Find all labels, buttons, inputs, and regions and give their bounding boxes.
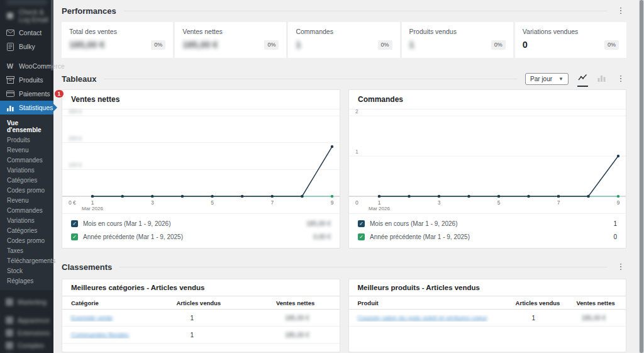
legend-value: 0,00 € (313, 233, 331, 240)
y-axis-tick-label: 100 € (69, 162, 82, 168)
chart-title: Commandes (349, 90, 626, 109)
net-sales-value: 185,00 € (567, 315, 626, 322)
submenu-item-vue-densemble[interactable]: Vue d'ensemble (0, 118, 53, 135)
sidebar-item-contact[interactable]: Contact (0, 26, 53, 40)
chart-card-commandes: Commandes 21 013579Mar 2026 ✓ Mois en co… (348, 89, 626, 249)
x-axis-tick-label: 3 (433, 199, 445, 206)
sidebar-item-woocommerce[interactable]: W WooCommerce (0, 59, 53, 73)
legend-value: 185,00 € (306, 220, 331, 227)
table-row: Exemple vente 1 185,00 € (62, 310, 340, 327)
category-link[interactable]: Commandes florales (71, 332, 129, 339)
ellipsis-menu-icon[interactable]: ⋮ (615, 261, 626, 272)
submenu-item-stock[interactable]: Stock (0, 266, 53, 276)
line-chart-ventes-nettes[interactable]: 300 €200 €100 € (62, 109, 340, 198)
submenu-item-reglages[interactable]: Réglages (0, 276, 53, 286)
submenu-item-variations[interactable]: Variations (0, 165, 53, 175)
section-divider (119, 267, 608, 267)
y-axis-zero-label: 0 (355, 199, 358, 206)
y-axis-zero-label: 0 € (69, 199, 76, 206)
legend-row-current: ✓ Mois en cours (Mar 1 - 9, 2026) 1 (349, 217, 626, 230)
checkbox-checked-icon[interactable]: ✓ (71, 233, 78, 240)
submenu-item-revenu[interactable]: Revenu (0, 145, 53, 155)
checkbox-checked-icon[interactable]: ✓ (71, 220, 78, 227)
line-chart-toggle-icon[interactable] (577, 71, 588, 87)
ellipsis-menu-icon[interactable]: ⋮ (615, 73, 626, 84)
submenu-item-commandes[interactable]: Commandes (0, 155, 53, 165)
leaderboard-categories: Meilleures catégories - Articles vendus … (62, 279, 340, 352)
submenu-item-categories[interactable]: Catégories (0, 175, 53, 185)
chevron-down-icon: ▼ (558, 76, 564, 82)
stat-value: 185,00 € (182, 40, 218, 50)
legend-value: 0 (613, 233, 617, 240)
sidebar-bottom-blurred-group: Marketing Apparence Extensions Comptes O… (0, 290, 53, 353)
sidebar-scrollbar[interactable] (51, 0, 53, 70)
user-icon (6, 342, 13, 349)
sidebar-item-produits[interactable]: Produits (0, 73, 53, 87)
interval-select[interactable]: Par jour ▼ (525, 73, 569, 85)
y-axis-tick-label: 2 (355, 108, 358, 115)
page-scrollbar[interactable] (639, 0, 644, 353)
sidebar-item-label: Bulky (19, 43, 35, 50)
sidebar-item-label: WooCommerce (19, 62, 65, 70)
y-axis-tick-label: 1 (355, 148, 358, 155)
sidebar-item-truncated (6, 0, 47, 4)
plugin-icon (6, 329, 13, 337)
submenu-item-commandes-2[interactable]: Commandes (0, 205, 53, 215)
table-row: Commandes florales 1 185,00 € (62, 327, 340, 344)
section-title-performances: Performances (62, 6, 116, 16)
submenu-item-revenu-2[interactable]: Revenu (0, 195, 53, 205)
legend-row-previous: ✓ Année précédente (Mar 1 - 9, 2025) 0,0… (62, 230, 340, 244)
table-header-row: Catégorie Articles vendus Ventes nettes (62, 296, 340, 310)
sidebar-item-comptes[interactable]: Comptes (0, 339, 53, 352)
sidebar-item-bulky[interactable]: Bulky (0, 40, 53, 53)
x-axis-month-caption: Mar 2026 (365, 206, 393, 211)
brush-icon (6, 317, 13, 324)
sidebar-item-check-log-email[interactable]: Check & Log Email (0, 6, 53, 26)
sidebar-item-apparence[interactable]: Apparence (0, 314, 53, 327)
legend-row-previous: ✓ Année précédente (Mar 1 - 9, 2025) 0 (349, 230, 626, 244)
x-axis-tick-label: 5 (206, 199, 219, 206)
category-link[interactable]: Exemple vente (71, 315, 113, 322)
stat-delta-badge: 0% (378, 40, 392, 50)
x-axis-tick-label: 7 (266, 199, 279, 206)
submenu-item-variations-2[interactable]: Variations (0, 215, 53, 225)
items-sold-value: 1 (167, 315, 267, 322)
product-link[interactable]: Coussin salon du vrais soleil et venture… (358, 315, 487, 322)
sidebar-item-extensions[interactable]: Extensions (0, 327, 53, 339)
checkbox-checked-icon[interactable]: ✓ (358, 233, 365, 240)
sidebar-item-label: Statistiques (19, 104, 53, 111)
x-axis-tick-label: 9 (326, 199, 338, 206)
line-chart-commandes[interactable]: 21 (349, 109, 626, 198)
chart-card-ventes-nettes: Ventes nettes 300 €200 €100 € 0 €13579Ma… (62, 89, 340, 249)
items-sold-value: 1 (507, 315, 568, 322)
submenu-item-telechargements[interactable]: Téléchargements (0, 255, 53, 266)
stat-card-ventes-nettes: Ventes nettes 185,00 € 0% (175, 22, 286, 58)
x-axis-tick-label: 1 (373, 199, 386, 206)
net-sales-value: 185,00 € (267, 332, 340, 339)
payments-card-icon (6, 89, 14, 98)
sidebar-item-statistiques[interactable]: Statistiques (0, 101, 53, 115)
section-title-tableaux: Tableaux (62, 74, 96, 84)
submenu-item-codes-promo-2[interactable]: Codes promo (0, 235, 53, 245)
submenu-item-taxes[interactable]: Taxes (0, 245, 53, 255)
scrollbar-thumb[interactable] (640, 0, 643, 353)
sidebar-item-marketing[interactable]: Marketing (0, 296, 53, 308)
sidebar-item-label: Check & Log Email (19, 8, 48, 23)
chart-legend: ✓ Mois en cours (Mar 1 - 9, 2026) 1 ✓ An… (349, 213, 626, 248)
stat-delta-badge: 0% (151, 40, 165, 50)
sidebar-item-label: Paiements (19, 90, 50, 98)
stat-value: 185,00 € (69, 40, 104, 50)
submenu-item-produits[interactable]: Produits (0, 135, 53, 145)
stat-delta-badge: 0% (491, 40, 506, 50)
stat-card-total-ventes: Total des ventes 185,00 € 0% (62, 22, 173, 58)
bar-chart-toggle-icon[interactable] (597, 72, 606, 86)
submenu-item-categories-2[interactable]: Catégories (0, 225, 53, 235)
stat-card-variations-vendues: Variations vendues 0 0% (515, 22, 626, 58)
stat-delta-badge: 0% (264, 40, 279, 50)
sidebar-item-paiements[interactable]: Paiements 1 (0, 87, 53, 101)
submenu-item-codes-promo[interactable]: Codes promo (0, 185, 53, 195)
net-sales-value: 185,00 € (267, 315, 340, 322)
checkbox-checked-icon[interactable]: ✓ (358, 220, 365, 227)
ellipsis-menu-icon[interactable]: ⋮ (615, 5, 626, 16)
x-axis-tick-label: 7 (552, 199, 565, 206)
